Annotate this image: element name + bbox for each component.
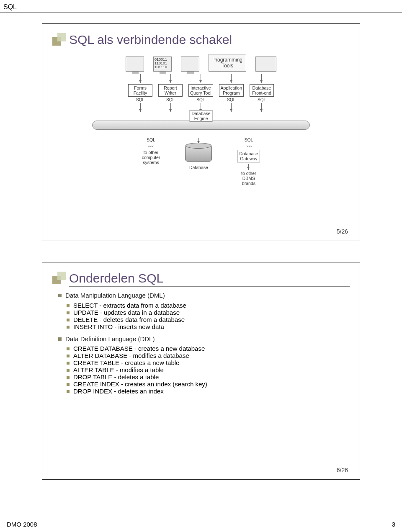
computer-icon [255,57,276,72]
squiggle-connector-icon: 〰 [246,143,252,150]
sql-label: SQL [166,98,175,102]
list-item: CREATE INDEX - creates an index (search … [67,380,350,388]
top-rule [0,13,402,13]
database-engine-cylinder: Database Engine [92,121,310,130]
list-item: ALTER DATABASE - modifies a database [67,352,350,359]
slide-2: Onderdelen SQL Data Manipulation Languag… [42,262,360,480]
sql-label: SQL [244,137,253,142]
list-item: DELETE - deletes data from a database [67,316,350,323]
list-item: INSERT INTO - inserts new data [67,323,350,330]
squiggle-connector-icon: 〰 [148,143,154,150]
dml-list: SELECT - extracts data from a database U… [67,302,350,330]
list-item: ALTER TABLE - modifies a table [67,366,350,373]
database-frontend-box: Database Front-end [250,84,274,97]
report-writer-box: Report Writer [158,84,183,97]
ddl-list: CREATE DATABASE - creates a new database… [67,345,350,395]
list-item: SELECT - extracts data from a database [67,302,350,309]
database-gateway-box: Database Gateway [237,150,260,162]
forms-facility-box: Forms Facility [128,84,152,97]
footer-right: 3 [392,521,395,528]
slide-title: SQL als verbindende schakel [69,33,350,49]
title-decoration-icon [52,270,67,287]
programming-tools-box: Programming Tools [209,54,246,72]
sql-label: SQL [196,98,205,102]
application-program-box: Application Program [219,84,244,97]
list-item: UPDATE - updates data in a database [67,309,350,316]
list-item: CREATE TABLE - creates a new table [67,359,350,366]
slide-page-number: 6/26 [337,467,348,473]
sql-label: SQL [227,98,235,102]
interactive-query-box: Interactive Query Tool [188,84,213,97]
dml-heading: Data Manipulation Language (DML) [58,290,350,301]
slide-1: SQL als verbindende schakel 010011 11010… [42,23,360,241]
doc-header: SQL [0,0,402,11]
database-label: Database [189,165,208,170]
sql-architecture-diagram: 010011 110101 101110 Programming Tools F… [71,54,331,186]
slide-page-number: 5/26 [337,228,348,235]
footer-left: DMO 2008 [7,521,37,528]
sql-label: SQL [147,137,155,142]
monitor-icon [126,57,144,72]
sql-label: SQL [258,98,266,102]
binary-monitor-icon: 010011 110101 101110 [153,57,172,72]
binary-text: 010011 110101 101110 [154,57,171,70]
to-other-systems-label: to other computer systems [142,150,160,165]
database-engine-label: Database Engine [190,110,213,122]
to-other-dbms-label: to other DBMS brands [241,171,256,186]
ddl-heading: Data Definition Language (DDL) [58,334,350,344]
sql-label: SQL [136,98,144,102]
title-decoration-icon [52,31,67,48]
page-footer: DMO 2008 3 [0,521,402,528]
list-item: DROP INDEX - deletes an index [67,388,350,395]
database-cylinder-icon [185,145,212,162]
slide-title: Onderdelen SQL [69,271,350,287]
monitor-icon [181,57,199,72]
list-item: CREATE DATABASE - creates a new database [67,345,350,352]
list-item: DROP TABLE - deletes a table [67,373,350,380]
